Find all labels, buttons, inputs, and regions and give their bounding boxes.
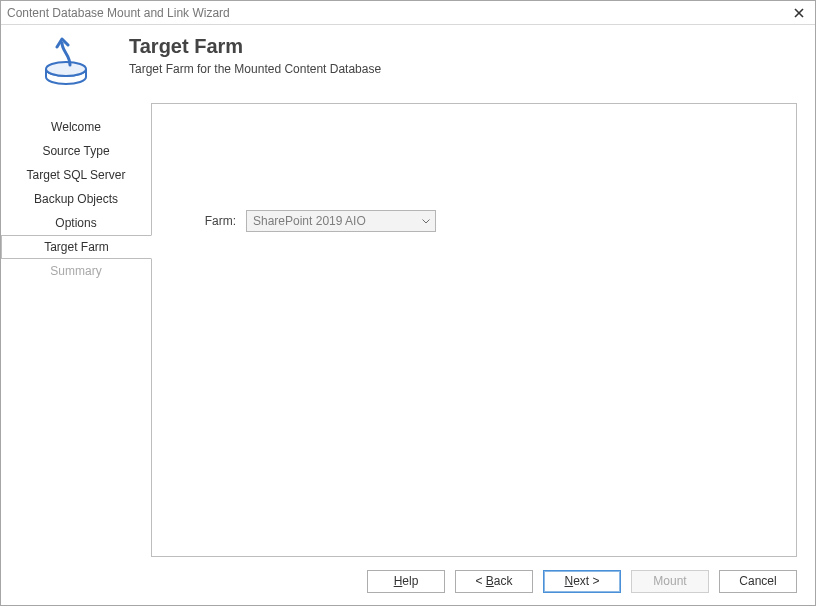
close-button[interactable] [787, 3, 811, 23]
sidebar-item-source-type[interactable]: Source Type [1, 139, 151, 163]
cancel-button[interactable]: Cancel [719, 570, 797, 593]
page-title: Target Farm [129, 35, 797, 58]
sidebar-item-target-sql-server[interactable]: Target SQL Server [1, 163, 151, 187]
sidebar-item-summary: Summary [1, 259, 151, 283]
wizard-body: Target Farm Target Farm for the Mounted … [1, 25, 815, 605]
footer: Help < Back Next > Mount Cancel [1, 563, 815, 605]
sidebar-item-backup-objects[interactable]: Backup Objects [1, 187, 151, 211]
sidebar-item-welcome[interactable]: Welcome [1, 115, 151, 139]
sidebar-item-label: Target Farm [44, 240, 109, 254]
header-icon-wrap [19, 35, 119, 89]
sidebar-item-target-farm[interactable]: Target Farm [1, 235, 152, 259]
farm-combobox-button[interactable] [417, 211, 435, 231]
header: Target Farm Target Farm for the Mounted … [1, 25, 815, 93]
content-panel: Farm: SharePoint 2019 AIO [151, 103, 797, 557]
mount-button: Mount [631, 570, 709, 593]
farm-combobox-value: SharePoint 2019 AIO [247, 214, 417, 228]
sidebar-item-options[interactable]: Options [1, 211, 151, 235]
back-button[interactable]: < Back [455, 570, 533, 593]
farm-combobox[interactable]: SharePoint 2019 AIO [246, 210, 436, 232]
sidebar-item-label: Target SQL Server [27, 168, 126, 182]
sidebar-item-label: Summary [50, 264, 101, 278]
sidebar-item-label: Welcome [51, 120, 101, 134]
sidebar-item-label: Source Type [42, 144, 109, 158]
chevron-down-icon [422, 219, 430, 224]
sidebar-item-label: Options [55, 216, 96, 230]
page-subtitle: Target Farm for the Mounted Content Data… [129, 62, 797, 76]
close-icon [794, 8, 804, 18]
sidebar-item-label: Backup Objects [34, 192, 118, 206]
database-arrow-icon [40, 37, 98, 89]
step-sidebar: Welcome Source Type Target SQL Server Ba… [1, 93, 151, 563]
next-button[interactable]: Next > [543, 570, 621, 593]
svg-point-3 [46, 62, 86, 76]
wizard-window: Content Database Mount and Link Wizard T… [0, 0, 816, 606]
header-text: Target Farm Target Farm for the Mounted … [119, 35, 797, 76]
title-bar: Content Database Mount and Link Wizard [1, 1, 815, 25]
middle-area: Welcome Source Type Target SQL Server Ba… [1, 93, 815, 563]
window-title: Content Database Mount and Link Wizard [7, 6, 787, 20]
farm-label: Farm: [192, 214, 246, 228]
help-button[interactable]: Help [367, 570, 445, 593]
farm-row: Farm: SharePoint 2019 AIO [192, 210, 436, 232]
